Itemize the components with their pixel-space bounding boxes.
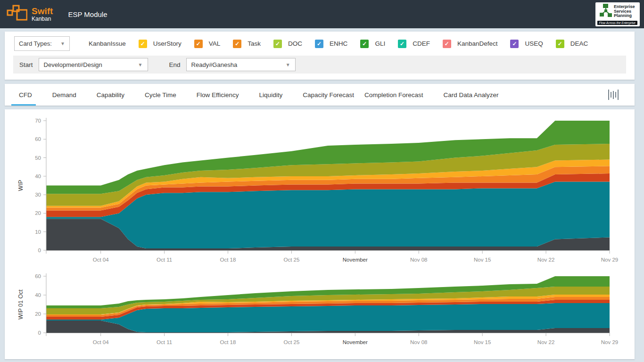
checkbox-gli[interactable]: ✓ xyxy=(360,40,369,48)
card-type-filter-doc: ✓DOC xyxy=(273,40,302,48)
tab-capacity-forecast[interactable]: Capacity Forecast xyxy=(303,84,354,106)
x-tick-label: Nov 08 xyxy=(410,257,427,263)
y-axis-title: WIP 01 Oct xyxy=(17,289,24,320)
card-type-filter-val: ✓VAL xyxy=(194,40,221,48)
checkbox-userstory[interactable]: ✓ xyxy=(139,40,147,48)
tab-cycle-time[interactable]: Cycle Time xyxy=(145,84,176,106)
card-type-filter-kanbandefect: ✓KanbanDefect xyxy=(443,40,498,48)
x-tick-label: Oct 04 xyxy=(93,339,109,345)
checkbox-val[interactable]: ✓ xyxy=(194,40,203,48)
x-tick-label: Oct 11 xyxy=(157,257,172,263)
checkbox-deac[interactable]: ✓ xyxy=(556,40,564,48)
filters-panel: Card Types: ▼ KanbanIssue✓UserStory✓VAL✓… xyxy=(5,32,635,80)
tab-demand[interactable]: Demand xyxy=(52,84,76,106)
y-axis-title: WIP xyxy=(17,180,24,191)
esp-network-icon xyxy=(600,4,612,20)
brand-kanban: Kanban xyxy=(32,16,53,22)
tab-cfd[interactable]: CFD xyxy=(19,84,32,106)
x-tick-label: Oct 25 xyxy=(283,339,299,345)
start-lane-value: Development#Design xyxy=(44,61,102,68)
card-types-row: Card Types: ▼ KanbanIssue✓UserStory✓VAL✓… xyxy=(5,32,635,56)
x-tick-label: Nov 08 xyxy=(410,339,427,345)
card-type-label: KanbanDefect xyxy=(457,40,498,47)
card-type-label: DEAC xyxy=(570,40,588,47)
tab-completion-forecast[interactable]: Completion Forecast xyxy=(364,84,423,106)
top-bar: Swift Kanban ESP Module xyxy=(0,0,644,28)
checkbox-cdef[interactable]: ✓ xyxy=(398,40,406,48)
start-label: Start xyxy=(19,61,33,68)
chevron-down-icon: ▼ xyxy=(138,62,143,67)
card-types-dropdown[interactable]: Card Types: ▼ xyxy=(14,36,70,51)
cfd-chart-wip-01-oct: 0204060Oct 04Oct 11Oct 18Oct 25NovemberN… xyxy=(5,269,635,353)
card-types-dropdown-label: Card Types: xyxy=(19,40,52,47)
card-type-label: USEQ xyxy=(525,40,543,47)
checkbox-task[interactable]: ✓ xyxy=(233,40,241,48)
y-tick-label: 10 xyxy=(35,229,41,235)
end-lane-value: Ready#Ganesha xyxy=(191,61,238,68)
card-type-filter-task: ✓Task xyxy=(233,40,261,48)
tab-capability[interactable]: Capability xyxy=(97,84,124,106)
y-tick-label: 40 xyxy=(35,173,41,179)
checkbox-useq[interactable]: ✓ xyxy=(510,40,519,48)
swiftkanban-logo-icon xyxy=(7,4,27,24)
esp-logo-tagline: Flow Across the Enterprise xyxy=(597,21,637,25)
x-tick-label: Oct 18 xyxy=(220,339,236,345)
card-type-label: DOC xyxy=(288,40,302,47)
tab-list: CFDDemandCapabilityCycle TimeFlow Effici… xyxy=(19,84,519,106)
y-tick-label: 20 xyxy=(35,210,41,216)
tab-card-data-analyzer[interactable]: Card Data Analyzer xyxy=(444,84,499,106)
card-type-label: GLI xyxy=(375,40,385,47)
y-tick-label: 40 xyxy=(35,292,41,298)
card-type-filter-userstory: ✓UserStory xyxy=(139,40,182,48)
card-type-filters: KanbanIssue✓UserStory✓VAL✓Task✓DOC✓ENHC✓… xyxy=(89,40,588,48)
y-tick-label: 0 xyxy=(38,330,41,336)
chevron-down-icon: ▼ xyxy=(286,62,290,67)
card-type-label: CDEF xyxy=(413,40,430,47)
x-tick-label: Oct 18 xyxy=(220,257,236,263)
x-tick-label: November xyxy=(343,339,368,345)
analytics-tabs: CFDDemandCapabilityCycle TimeFlow Effici… xyxy=(5,84,635,106)
checkbox-doc[interactable]: ✓ xyxy=(273,40,282,48)
chevron-down-icon: ▼ xyxy=(60,41,65,46)
y-tick-label: 20 xyxy=(35,311,41,317)
card-type-label: VAL xyxy=(209,40,221,47)
card-type-filter-kanbanissue: KanbanIssue xyxy=(89,40,126,47)
x-tick-label: Nov 29 xyxy=(601,339,618,345)
card-type-label: KanbanIssue xyxy=(89,40,126,47)
card-type-filter-cdef: ✓CDEF xyxy=(398,40,430,48)
page-title: ESP Module xyxy=(68,10,107,18)
end-lane-dropdown[interactable]: Ready#Ganesha ▼ xyxy=(186,58,296,71)
x-tick-label: Nov 22 xyxy=(537,339,554,345)
esp-logo-text: Enterprise Services Planning xyxy=(614,5,635,18)
checkbox-enhc[interactable]: ✓ xyxy=(315,40,323,48)
x-tick-label: Oct 25 xyxy=(283,257,299,263)
y-tick-label: 60 xyxy=(35,136,41,142)
card-type-label: Task xyxy=(248,40,261,47)
equalizer-icon[interactable] xyxy=(608,90,619,100)
x-tick-label: Nov 29 xyxy=(601,257,618,263)
x-tick-label: Oct 04 xyxy=(93,257,109,263)
tab-liquidity[interactable]: Liquidity xyxy=(259,84,283,106)
tab-flow-efficiency[interactable]: Flow Efficiency xyxy=(197,84,239,106)
y-tick-label: 0 xyxy=(38,247,41,253)
y-tick-label: 50 xyxy=(35,155,41,161)
start-lane-dropdown[interactable]: Development#Design ▼ xyxy=(39,58,148,71)
card-type-label: UserStory xyxy=(153,40,182,47)
esp-logo: Enterprise Services Planning Flow Across… xyxy=(595,2,640,26)
x-tick-label: Nov 15 xyxy=(474,257,491,263)
y-tick-label: 30 xyxy=(35,192,41,197)
card-type-filter-enhc: ✓ENHC xyxy=(315,40,347,48)
end-label: End xyxy=(169,61,181,68)
cfd-chart-wip: 010203040506070Oct 04Oct 11Oct 18Oct 25N… xyxy=(5,112,635,269)
lane-range-row: Start Development#Design ▼ End Ready#Gan… xyxy=(13,56,626,74)
checkbox-kanbandefect[interactable]: ✓ xyxy=(443,40,451,48)
x-tick-label: Nov 22 xyxy=(537,257,554,263)
x-tick-label: November xyxy=(343,257,368,263)
swiftkanban-logo[interactable]: Swift Kanban xyxy=(7,4,53,24)
card-type-filter-gli: ✓GLI xyxy=(360,40,385,48)
x-tick-label: Nov 15 xyxy=(474,339,491,345)
card-type-label: ENHC xyxy=(330,40,347,47)
y-tick-label: 60 xyxy=(35,273,41,279)
y-tick-label: 70 xyxy=(35,118,41,123)
card-type-filter-deac: ✓DEAC xyxy=(556,40,588,48)
